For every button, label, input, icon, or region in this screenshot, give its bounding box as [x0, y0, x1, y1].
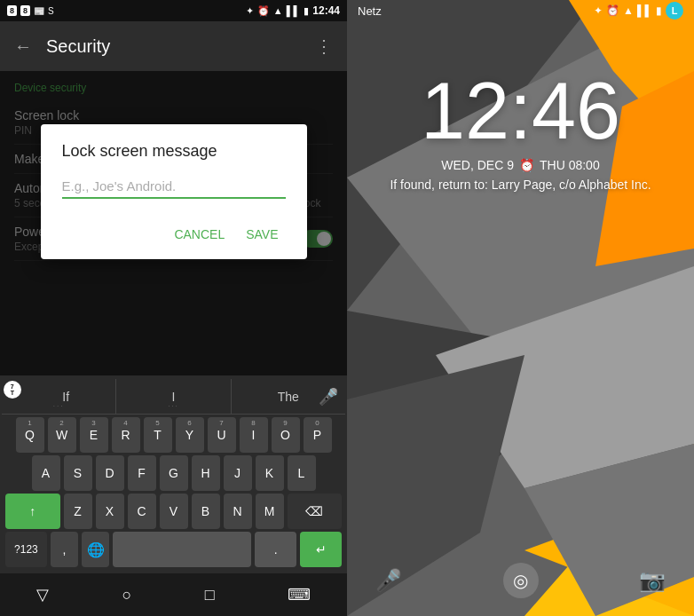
- suggestion-the[interactable]: The 🎤: [232, 379, 345, 414]
- notification-badge-2: 8: [20, 5, 30, 16]
- keyboard-row-alpha2: ↑ Z X C V B N M ⌫: [2, 494, 345, 529]
- nyt-badge: 7T: [4, 381, 21, 399]
- key-h[interactable]: H: [192, 455, 220, 491]
- lock-alarm-time: THU 08:00: [540, 158, 600, 172]
- key-q[interactable]: 1Q: [16, 417, 44, 453]
- keyboard-row-bottom: ?123 , 🌐 . ↵: [2, 532, 345, 567]
- keyboard-suggestions: 7T If ··· I ··· The 🎤: [2, 379, 345, 415]
- settings-content: Device security Screen lock PIN Make pat…: [0, 71, 347, 375]
- key-f[interactable]: F: [128, 455, 156, 491]
- right-panel: Netz ✦ ⏰ ▲ ▌▌ ▮ L 12:46 WED, DEC 9 ⏰ THU…: [347, 0, 694, 616]
- key-p[interactable]: 0P: [304, 417, 332, 453]
- backspace-key[interactable]: ⌫: [288, 494, 343, 529]
- save-button[interactable]: SAVE: [239, 220, 285, 249]
- key-u[interactable]: 7U: [208, 417, 236, 453]
- suggestion-dots-1: ···: [53, 402, 65, 410]
- bluetooth-icon: ✦: [246, 5, 254, 17]
- right-bluetooth-icon: ✦: [594, 4, 603, 17]
- key-l[interactable]: L: [288, 455, 316, 491]
- lock-bottom-bar: 🎤 ◎ 📷: [347, 563, 694, 598]
- page-title: Security: [46, 36, 301, 57]
- home-nav-button[interactable]: ○: [104, 579, 149, 612]
- dialog-title: Lock screen message: [62, 142, 286, 161]
- key-z[interactable]: Z: [64, 494, 92, 529]
- keyboard-row-numbers: 1Q 2W 3E 4R 5T 6Y 7U 8I 9O 0P: [2, 417, 345, 453]
- key-b[interactable]: B: [192, 494, 220, 529]
- user-avatar: L: [666, 2, 683, 20]
- wifi-icon: ▲: [273, 5, 283, 16]
- key-k[interactable]: K: [256, 455, 284, 491]
- key-e[interactable]: 3E: [80, 417, 108, 453]
- keyboard: 7T If ··· I ··· The 🎤 1Q 2W 3E 4R 5T 6Y …: [0, 375, 347, 573]
- key-m[interactable]: M: [256, 494, 284, 529]
- shift-key[interactable]: ↑: [5, 494, 60, 529]
- network-name: Netz: [358, 4, 382, 18]
- lock-date-row: WED, DEC 9 ⏰ THU 08:00: [441, 158, 599, 172]
- back-button[interactable]: ←: [14, 36, 32, 57]
- mic-icon[interactable]: 🎤: [319, 387, 338, 407]
- lock-alarm-icon: ⏰: [519, 158, 534, 172]
- fingerprint-symbol: ◎: [513, 570, 528, 591]
- key-r[interactable]: 4R: [112, 417, 140, 453]
- status-bar-left: 8 8 📰 S ✦ ⏰ ▲ ▌▌ ▮ 12:44: [0, 0, 347, 21]
- suggestion-i[interactable]: I ···: [116, 379, 231, 414]
- keyboard-row-alpha1: A S D F G H J K L: [2, 455, 345, 491]
- more-options-button[interactable]: ⋮: [315, 36, 333, 57]
- nav-bar: ▽ ○ □ ⌨: [0, 573, 347, 616]
- alarm-icon: ⏰: [257, 5, 270, 17]
- right-alarm-icon: ⏰: [606, 4, 619, 17]
- key-o[interactable]: 9O: [272, 417, 300, 453]
- recents-nav-button[interactable]: □: [187, 579, 233, 612]
- app-bar: ← Security ⋮: [0, 21, 347, 71]
- suggestion-the-text[interactable]: The: [278, 390, 299, 404]
- comma-key[interactable]: ,: [51, 532, 78, 567]
- key-c[interactable]: C: [128, 494, 156, 529]
- key-x[interactable]: X: [96, 494, 124, 529]
- key-v[interactable]: V: [160, 494, 188, 529]
- right-status-bar: Netz ✦ ⏰ ▲ ▌▌ ▮ L: [347, 0, 694, 21]
- nyt-icon: 📰: [34, 6, 44, 16]
- key-g[interactable]: G: [160, 455, 188, 491]
- lock-message-input[interactable]: [62, 175, 286, 199]
- right-status-icons: ✦ ⏰ ▲ ▌▌ ▮ L: [594, 2, 683, 20]
- battery-icon: ▮: [304, 5, 309, 17]
- fingerprint-icon[interactable]: ◎: [503, 563, 539, 598]
- avatar-letter: L: [672, 5, 678, 16]
- suggestion-nyt[interactable]: 7T If ···: [2, 379, 116, 414]
- globe-key[interactable]: 🌐: [82, 532, 109, 567]
- enter-key[interactable]: ↵: [300, 532, 342, 567]
- left-panel: 8 8 📰 S ✦ ⏰ ▲ ▌▌ ▮ 12:44 ← Security ⋮ De…: [0, 0, 347, 616]
- lock-screen-content: 12:46 WED, DEC 9 ⏰ THU 08:00 If found, r…: [347, 0, 694, 616]
- lock-mic-icon[interactable]: 🎤: [375, 568, 402, 593]
- lock-camera-icon[interactable]: 📷: [639, 568, 666, 593]
- dialog-overlay: Lock screen message CANCEL SAVE: [0, 71, 347, 375]
- lock-date: WED, DEC 9: [441, 158, 514, 172]
- lock-time: 12:46: [421, 71, 620, 151]
- num-toggle-key[interactable]: ?123: [5, 532, 47, 567]
- key-a[interactable]: A: [32, 455, 60, 491]
- period-key[interactable]: .: [255, 532, 296, 567]
- right-wifi-icon: ▲: [623, 4, 634, 17]
- status-bar-right-icons: ✦ ⏰ ▲ ▌▌ ▮ 12:44: [246, 4, 340, 17]
- right-signal-icon: ▌▌: [637, 4, 652, 17]
- key-s[interactable]: S: [64, 455, 92, 491]
- signal-icon: ▌▌: [287, 5, 301, 16]
- dialog-actions: CANCEL SAVE: [62, 217, 286, 252]
- lock-message: If found, return to: Larry Page, c/o Alp…: [390, 178, 651, 192]
- key-n[interactable]: N: [224, 494, 252, 529]
- space-key[interactable]: [113, 532, 251, 567]
- key-i[interactable]: 8I: [240, 417, 268, 453]
- keyboard-nav-button[interactable]: ⌨: [270, 578, 328, 612]
- status-bar-left-icons: 8 8 📰 S: [7, 5, 54, 16]
- key-y[interactable]: 6Y: [176, 417, 204, 453]
- back-nav-button[interactable]: ▽: [19, 578, 67, 612]
- key-t[interactable]: 5T: [144, 417, 172, 453]
- lock-screen-message-dialog: Lock screen message CANCEL SAVE: [41, 124, 307, 259]
- key-w[interactable]: 2W: [48, 417, 76, 453]
- time-display: 12:44: [312, 4, 340, 17]
- notification-badge-1: 8: [7, 5, 17, 16]
- key-d[interactable]: D: [96, 455, 124, 491]
- cancel-button[interactable]: CANCEL: [167, 220, 232, 249]
- right-battery-icon: ▮: [656, 4, 662, 17]
- key-j[interactable]: J: [224, 455, 252, 491]
